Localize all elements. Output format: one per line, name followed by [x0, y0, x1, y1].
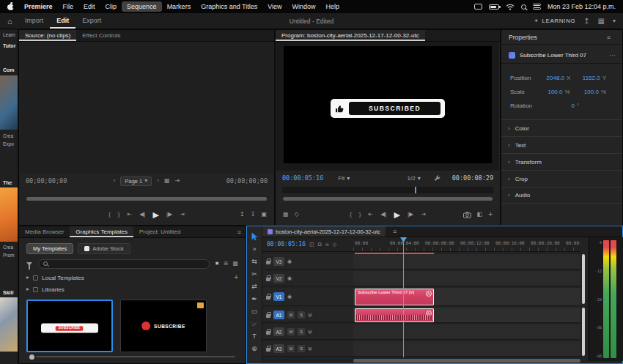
learn-thumbnail[interactable]: [0, 75, 18, 130]
screen-mirroring-icon[interactable]: [474, 4, 482, 10]
play-button[interactable]: ▶: [152, 210, 158, 220]
add-button-icon[interactable]: +: [488, 211, 493, 218]
lock-icon[interactable]: [266, 348, 270, 352]
razor-tool[interactable]: ✂: [247, 268, 262, 279]
learn-panel-rail[interactable]: Learn Tutor Com Crea Expo The Crea Prom …: [0, 29, 18, 364]
panel-menu-icon[interactable]: ≡: [233, 226, 246, 237]
panel-menu-icon[interactable]: ≡: [602, 34, 615, 41]
tab-project[interactable]: Project: Untitled: [133, 226, 186, 237]
track-header-a3[interactable]: A3 M S Ψ: [262, 341, 353, 357]
export-frame-icon[interactable]: ▣: [261, 212, 267, 218]
next-page-icon[interactable]: ›: [157, 178, 159, 184]
lock-icon[interactable]: [266, 331, 270, 335]
new-item-icon[interactable]: ▦: [232, 261, 238, 267]
audio-meters-panel[interactable]: 0 -12 -24 -36 -48: [589, 237, 623, 361]
track-output-eye-icon[interactable]: ◉: [287, 259, 292, 264]
mute-button[interactable]: M: [287, 345, 295, 352]
zoom-tool[interactable]: ⊕: [247, 343, 262, 354]
step-forward-icon[interactable]: |▶: [408, 212, 413, 218]
rectangle-tool[interactable]: ▭: [247, 305, 262, 316]
audio-tracks-scrollbar[interactable]: [582, 308, 585, 356]
learn-thumbnail[interactable]: [0, 297, 18, 352]
add-marker-icon[interactable]: ◇: [295, 212, 299, 218]
sequence-tab[interactable]: boston-city-aerial-2025-12-17-12-00-32-u…: [262, 226, 386, 237]
learn-tab-label[interactable]: Learn: [3, 32, 15, 37]
section-transform[interactable]: › Transform: [501, 153, 622, 170]
track-select-forward-tool[interactable]: »: [247, 243, 262, 254]
section-text[interactable]: › Text: [501, 136, 622, 153]
control-center-icon[interactable]: [533, 4, 541, 10]
track-lane-v3[interactable]: [353, 254, 580, 270]
template-item-subscribe-1[interactable]: SUBSCRIBE: [26, 300, 113, 352]
track-header-v1[interactable]: V1 ◉: [262, 288, 353, 306]
menubar-item-edit[interactable]: Edit: [78, 1, 100, 12]
go-to-in-icon[interactable]: ⇤: [369, 212, 374, 218]
go-to-out-icon[interactable]: ⇥: [180, 212, 185, 218]
overwrite-icon[interactable]: ↧: [251, 212, 256, 218]
playback-resolution-dropdown[interactable]: 1/2 ▾: [408, 175, 421, 182]
timeline-video-clip[interactable]: Subscribe Lower Third 07 [V] fx: [355, 289, 434, 305]
adobe-stock-button[interactable]: Adobe Stock: [78, 243, 130, 254]
goto-icon[interactable]: ⇥: [175, 178, 180, 184]
tab-program[interactable]: Program: boston-city-aerial-2025-12-17-1…: [276, 30, 425, 41]
solo-button[interactable]: S: [298, 311, 305, 319]
step-back-icon[interactable]: ◀|: [139, 212, 145, 218]
timeline-audio-clip[interactable]: fx: [355, 308, 434, 322]
menubar-app-name[interactable]: Premiere: [19, 3, 58, 10]
export-frame-camera-icon[interactable]: [463, 212, 471, 218]
settings-wrench-icon[interactable]: [434, 175, 440, 182]
solo-button[interactable]: S: [298, 345, 305, 352]
video-tracks-scrollbar[interactable]: [582, 254, 585, 304]
section-audio[interactable]: › Audio: [501, 187, 622, 204]
menubar-item-sequence[interactable]: Sequence: [122, 1, 162, 12]
checkbox[interactable]: [33, 287, 38, 292]
mark-out-icon[interactable]: }: [118, 212, 120, 218]
home-icon[interactable]: ⌂: [7, 17, 12, 26]
track-lane-a2[interactable]: [353, 324, 580, 340]
section-crop[interactable]: › Crop: [501, 170, 622, 187]
add-marker-icon[interactable]: ◇: [333, 242, 336, 247]
templates-search-input[interactable]: [38, 259, 210, 269]
track-name-a1[interactable]: A1: [273, 311, 284, 319]
tree-libraries[interactable]: ▸ Libraries: [19, 283, 246, 295]
step-forward-icon[interactable]: |▶: [166, 212, 172, 218]
favorites-star-icon[interactable]: ★: [214, 261, 219, 267]
mute-button[interactable]: M: [287, 311, 295, 319]
scale-x-value[interactable]: 100.0: [541, 89, 562, 95]
track-name-a3[interactable]: A3: [273, 344, 284, 353]
menubar-item-view[interactable]: View: [262, 1, 287, 12]
zoom-level-dropdown[interactable]: Fit ▾: [338, 175, 350, 182]
timeline-timecode[interactable]: 00:00:05:16: [267, 241, 306, 248]
mark-out-icon[interactable]: }: [359, 212, 361, 218]
position-x-value[interactable]: 2048.0: [542, 75, 564, 81]
play-button[interactable]: ▶: [394, 210, 399, 220]
track-name-v3[interactable]: V3: [273, 257, 284, 266]
panel-menu-icon[interactable]: ≡: [388, 226, 401, 237]
track-lane-a3[interactable]: [353, 341, 580, 357]
track-header-v3[interactable]: V3 ◉: [262, 254, 353, 270]
track-header-v2[interactable]: V2 ◉: [262, 271, 353, 286]
scale-y-value[interactable]: 100.0: [578, 89, 599, 95]
chevron-right-icon[interactable]: ▸: [26, 286, 29, 292]
playhead-line[interactable]: [403, 237, 404, 357]
selection-tool[interactable]: [247, 231, 262, 242]
menubar-item-clip[interactable]: Clip: [100, 1, 122, 12]
template-item-subscribe-2[interactable]: SUBSCRIBE: [120, 300, 207, 352]
page-selector[interactable]: Page 1 ▾: [120, 177, 152, 186]
linked-selection-icon[interactable]: ∞: [325, 242, 329, 247]
header-tab-import[interactable]: Import: [18, 13, 51, 29]
lock-icon[interactable]: [266, 278, 270, 281]
track-output-eye-icon[interactable]: ◉: [287, 275, 292, 281]
tab-graphics-templates[interactable]: Graphics Templates: [70, 226, 133, 237]
learn-thumbnail[interactable]: [0, 187, 18, 242]
menubar-item-file[interactable]: File: [58, 1, 79, 12]
filter-funnel-icon[interactable]: [26, 262, 32, 266]
type-tool[interactable]: T: [247, 330, 262, 341]
position-y-value[interactable]: 1152.0: [578, 75, 600, 81]
workspace-icon[interactable]: ▦: [598, 18, 605, 25]
step-back-icon[interactable]: ◀|: [380, 212, 386, 218]
snap-icon[interactable]: Ω: [318, 242, 322, 247]
timeline-horizontal-scrollbar[interactable]: [353, 359, 580, 363]
track-name-v1[interactable]: V1: [273, 292, 284, 301]
mic-icon[interactable]: Ψ: [308, 346, 312, 352]
